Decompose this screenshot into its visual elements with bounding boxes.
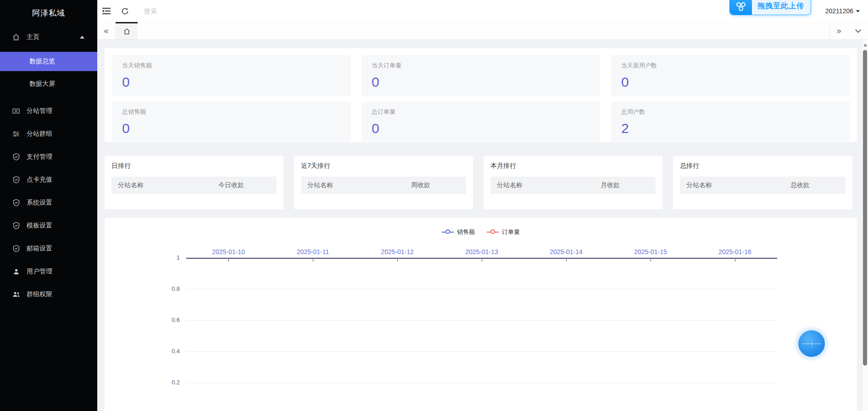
sidebar-item-label: 模板设置 — [27, 222, 52, 230]
grid-line — [186, 351, 777, 352]
tabs-scroll-right-button[interactable]: » — [829, 22, 848, 39]
stat-card-total-users: 总用户数 2 — [611, 101, 850, 143]
sidebar-item-substation-group[interactable]: 分站群组 — [0, 122, 97, 145]
sidebar-item-template-settings[interactable]: 模板设置 — [0, 214, 97, 237]
floating-widget-button[interactable] — [797, 329, 826, 358]
sidebar-item-label: 群组权限 — [27, 290, 52, 299]
rank-table-header: 分站名称 今日收款 — [111, 177, 277, 194]
stats-panel: 当天销售额 0 当天订单量 0 当天新用户数 0 总销售额 0 总订单量 0 总… — [105, 48, 857, 142]
x-tick-mark — [186, 258, 271, 262]
stat-label: 总销售额 — [122, 108, 340, 116]
upload-cluster-icon — [730, 0, 752, 15]
stat-label: 当天订单量 — [372, 61, 590, 70]
submenu-label: 数据总览 — [29, 57, 55, 66]
x-tick-mark — [693, 258, 777, 262]
sidebar-item-data-screen[interactable]: 数据大屏 — [0, 74, 97, 94]
username: 20211206 — [825, 7, 853, 15]
refresh-button[interactable] — [116, 0, 134, 22]
rank-table-header: 分站名称 月收款 — [490, 177, 656, 194]
tabs-scroll-left-button[interactable]: « — [97, 22, 116, 39]
sidebar-item-group-permission[interactable]: 群组权限 — [0, 283, 97, 306]
sidebar: 阿泽私域 主页 数据总览 数据大屏 分站管理 分站群组 — [0, 0, 97, 411]
tab-bar: « » — [97, 22, 868, 40]
column-site-name: 分站名称 — [111, 181, 186, 189]
layout-icon — [12, 107, 20, 115]
user-icon — [12, 267, 20, 276]
shield-icon — [12, 199, 20, 207]
collapse-arrow-icon — [80, 36, 84, 39]
shield-icon — [12, 222, 20, 230]
stat-value: 2 — [621, 121, 840, 136]
dashboard-page: 阿泽私域 主页 数据总览 数据大屏 分站管理 分站群组 — [0, 0, 868, 411]
shield-icon — [12, 153, 20, 161]
x-tick-label: 2025-01-15 — [608, 248, 693, 255]
stat-label: 总订单量 — [372, 108, 590, 116]
stat-card-total-sales: 总销售额 0 — [112, 101, 351, 143]
stat-label: 当天销售额 — [122, 61, 340, 70]
x-tick-mark — [608, 258, 693, 262]
rank-title: 日排行 — [111, 162, 277, 170]
upload-dropzone[interactable]: 拖拽至此上传 — [729, 0, 811, 15]
sidebar-item-card-recharge[interactable]: 点卡充值 — [0, 168, 97, 191]
search-input[interactable] — [144, 7, 227, 15]
legend-label: 销售额 — [457, 228, 475, 236]
y-tick-label: 1 — [177, 254, 180, 261]
stat-card-today-sales: 当天销售额 0 — [112, 55, 351, 96]
sidebar-item-label: 支付管理 — [27, 153, 52, 161]
column-amount: 周收款 — [375, 181, 466, 189]
scroll-up-arrow-icon[interactable] — [863, 44, 867, 46]
rank-panel-month: 本月排行 分站名称 月收款 — [484, 156, 662, 209]
column-site-name: 分站名称 — [490, 181, 565, 189]
sidebar-item-label: 分站群组 — [27, 130, 52, 138]
chevron-down-icon — [855, 27, 861, 33]
x-tick-label: 2025-01-13 — [440, 248, 524, 255]
y-tick-label: 0.8 — [172, 285, 180, 292]
home-tab-icon — [123, 28, 130, 35]
legend-marker-icon — [487, 232, 499, 233]
stat-card-total-orders: 总订单量 0 — [362, 101, 600, 143]
legend-marker-icon — [442, 232, 454, 233]
top-header: 20211206 拖拽至此上传 — [97, 0, 868, 22]
tab-strip — [138, 22, 829, 39]
rank-table-header: 分站名称 周收款 — [301, 177, 466, 194]
grid-line — [186, 320, 777, 321]
home-icon — [12, 33, 20, 41]
page-scrollbar[interactable] — [862, 40, 868, 411]
x-tick-mark — [524, 258, 608, 262]
x-tick-mark — [440, 258, 524, 262]
upload-label: 拖拽至此上传 — [752, 0, 811, 15]
chart-plot-area: 2025-01-102025-01-112025-01-122025-01-13… — [186, 258, 777, 411]
refresh-icon — [121, 7, 129, 15]
sidebar-collapse-button[interactable] — [97, 0, 116, 22]
sidebar-item-label: 邮箱设置 — [27, 244, 52, 253]
rank-panel-total: 总排行 分站名称 总收款 — [673, 156, 852, 209]
x-tick-label: 2025-01-16 — [693, 248, 777, 255]
sidebar-item-user-manage[interactable]: 用户管理 — [0, 260, 97, 283]
legend-item[interactable]: 订单量 — [487, 228, 520, 236]
stat-label: 总用户数 — [621, 108, 840, 116]
column-amount: 总收款 — [754, 181, 846, 189]
x-tick-label: 2025-01-12 — [355, 248, 440, 255]
sidebar-item-payment[interactable]: 支付管理 — [0, 145, 97, 168]
sidebar-item-system-settings[interactable]: 系统设置 — [0, 191, 97, 214]
column-amount: 月收款 — [565, 181, 656, 189]
shield-icon — [12, 244, 20, 253]
rank-title: 本月排行 — [490, 162, 656, 170]
stat-value: 0 — [372, 121, 590, 136]
tab-home[interactable] — [116, 22, 138, 39]
sidebar-item-label: 主页 — [27, 33, 39, 41]
sidebar-item-label: 点卡充值 — [27, 176, 52, 184]
sidebar-item-substation-manage[interactable]: 分站管理 — [0, 100, 97, 122]
sidebar-item-home[interactable]: 主页 — [0, 26, 97, 49]
sidebar-item-label: 分站管理 — [27, 107, 52, 115]
x-axis-labels: 2025-01-102025-01-112025-01-122025-01-13… — [186, 248, 777, 255]
tabs-menu-button[interactable] — [848, 22, 868, 39]
sidebar-item-email-settings[interactable]: 邮箱设置 — [0, 237, 97, 260]
stat-card-today-new-users: 当天新用户数 0 — [611, 55, 850, 96]
sidebar-item-data-overview[interactable]: 数据总览 — [0, 52, 97, 71]
user-menu[interactable]: 20211206 — [825, 7, 860, 15]
scrollbar-thumb[interactable] — [863, 50, 867, 366]
legend-item[interactable]: 销售额 — [442, 228, 475, 236]
rank-title: 总排行 — [680, 162, 846, 170]
sidebar-item-label: 系统设置 — [27, 199, 52, 207]
